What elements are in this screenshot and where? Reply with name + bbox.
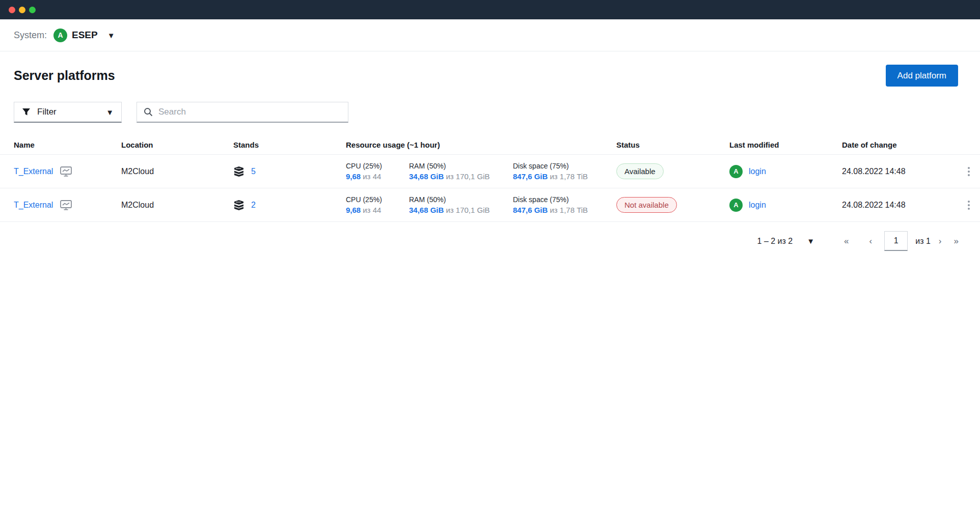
- cpu-total: из 44: [363, 172, 381, 181]
- table-row: T_External M2Cloud 5 CPU (25%) 9,68из 44…: [0, 155, 980, 188]
- location-cell: M2Cloud: [121, 167, 233, 176]
- cpu-label: CPU (25%): [346, 162, 409, 170]
- minimize-window-icon[interactable]: [19, 7, 25, 13]
- search-icon: [144, 107, 153, 117]
- pagination: 1 – 2 из 2 ▼ « ‹ из 1 › »: [0, 222, 980, 251]
- system-bar: System: A ESEP ▼: [0, 19, 980, 51]
- chevron-down-icon: ▼: [106, 108, 114, 116]
- chevron-down-icon: ▼: [807, 237, 814, 245]
- search-box: [137, 102, 348, 123]
- previous-page-button[interactable]: ‹: [866, 234, 876, 248]
- location-cell: M2Cloud: [121, 201, 233, 210]
- disk-label: Disk space (75%): [513, 162, 616, 170]
- stands-count-link[interactable]: 5: [251, 167, 256, 176]
- monitoring-chart-icon[interactable]: [60, 166, 72, 177]
- page-head: Server platforms Add platform: [0, 51, 980, 87]
- platform-name-link[interactable]: T_External: [14, 201, 53, 210]
- ram-value: 34,68 GiB: [409, 172, 444, 181]
- cpu-value: 9,68: [346, 172, 361, 181]
- table-row: T_External M2Cloud 2 CPU (25%) 9,68из 44…: [0, 188, 980, 222]
- monitoring-chart-icon[interactable]: [60, 200, 72, 210]
- filter-dropdown[interactable]: Filter ▼: [14, 102, 122, 123]
- cpu-value: 9,68: [346, 206, 361, 214]
- ram-total: из 170,1 GiB: [446, 172, 489, 181]
- toolbar: Filter ▼: [0, 87, 980, 123]
- disk-total: из 1,78 TiB: [550, 206, 588, 214]
- resource-usage-cell: CPU (25%) 9,68из 44 RAM (50%) 34,68 GiBи…: [346, 195, 616, 214]
- next-page-button[interactable]: ›: [936, 234, 945, 248]
- zoom-window-icon[interactable]: [29, 7, 36, 13]
- stands-stack-icon: [233, 166, 244, 177]
- chevron-down-icon: ▼: [107, 32, 115, 39]
- page-number-input[interactable]: [884, 231, 908, 251]
- modified-user-link[interactable]: login: [749, 201, 766, 210]
- system-avatar: A: [53, 29, 67, 42]
- disk-label: Disk space (75%): [513, 195, 616, 204]
- column-header-resource: Resource usage (~1 hour): [346, 141, 616, 149]
- column-header-last-modified: Last modified: [729, 141, 842, 149]
- kebab-menu-icon[interactable]: [965, 198, 973, 213]
- status-badge: Not available: [616, 197, 677, 213]
- system-switcher[interactable]: A ESEP ▼: [53, 29, 115, 42]
- column-header-date-of-change: Date of change: [842, 141, 958, 149]
- cpu-label: CPU (25%): [346, 195, 409, 204]
- modified-user-link[interactable]: login: [749, 167, 766, 176]
- filter-label: Filter: [37, 107, 57, 117]
- disk-value: 847,6 GiB: [513, 172, 548, 181]
- kebab-menu-icon[interactable]: [965, 164, 973, 179]
- column-header-location: Location: [121, 141, 233, 149]
- search-input[interactable]: [158, 107, 341, 117]
- page-title: Server platforms: [14, 68, 115, 83]
- disk-total: из 1,78 TiB: [550, 172, 588, 181]
- last-page-button[interactable]: »: [951, 234, 962, 248]
- column-header-status: Status: [616, 141, 729, 149]
- page-range-label: 1 – 2 из 2: [757, 237, 793, 246]
- first-page-button[interactable]: «: [841, 234, 852, 248]
- user-avatar: A: [729, 165, 743, 178]
- page-range-dropdown[interactable]: 1 – 2 из 2 ▼: [757, 237, 815, 246]
- add-platform-button[interactable]: Add platform: [886, 65, 958, 87]
- stands-stack-icon: [233, 200, 244, 211]
- total-pages-label: из 1: [915, 237, 931, 246]
- disk-value: 847,6 GiB: [513, 206, 548, 214]
- status-badge: Available: [616, 163, 664, 179]
- ram-total: из 170,1 GiB: [446, 206, 489, 214]
- date-of-change-cell: 24.08.2022 14:48: [842, 201, 958, 210]
- filter-funnel-icon: [22, 108, 31, 116]
- system-label: System:: [14, 30, 47, 41]
- stands-count-link[interactable]: 2: [251, 201, 256, 210]
- cpu-total: из 44: [363, 206, 381, 214]
- platform-name-link[interactable]: T_External: [14, 167, 53, 176]
- user-avatar: A: [729, 199, 743, 212]
- close-window-icon[interactable]: [9, 7, 15, 13]
- ram-value: 34,68 GiB: [409, 206, 444, 214]
- date-of-change-cell: 24.08.2022 14:48: [842, 167, 958, 176]
- column-header-name: Name: [14, 141, 121, 149]
- table-header: Name Location Stands Resource usage (~1 …: [0, 135, 980, 155]
- column-header-stands: Stands: [233, 141, 346, 149]
- resource-usage-cell: CPU (25%) 9,68из 44 RAM (50%) 34,68 GiBи…: [346, 162, 616, 181]
- window-titlebar: [0, 0, 980, 19]
- ram-label: RAM (50%): [409, 195, 513, 204]
- system-name: ESEP: [72, 30, 98, 41]
- ram-label: RAM (50%): [409, 162, 513, 170]
